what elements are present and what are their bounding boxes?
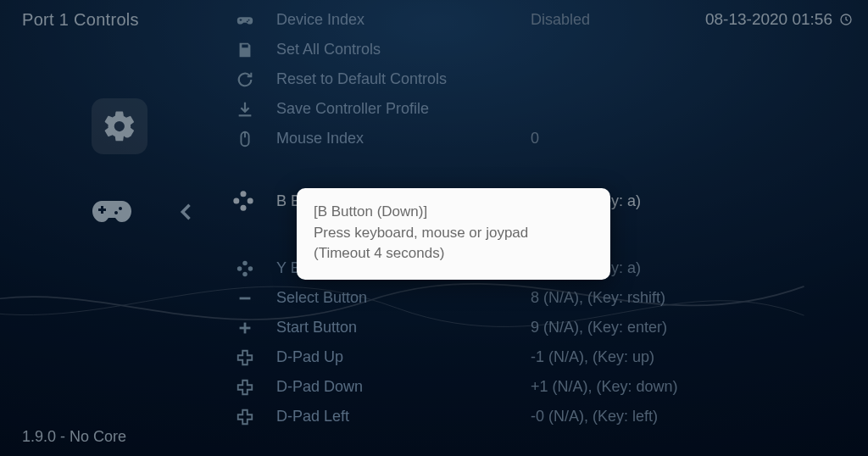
bind-prompt-dialog: [B Button (Down)] Press keyboard, mouse … (297, 188, 610, 280)
bind-prompt-line3: (Timeout 4 seconds) (314, 243, 593, 264)
bind-prompt-line2: Press keyboard, mouse or joypad (314, 223, 593, 244)
bind-prompt-line1: [B Button (Down)] (314, 202, 593, 223)
